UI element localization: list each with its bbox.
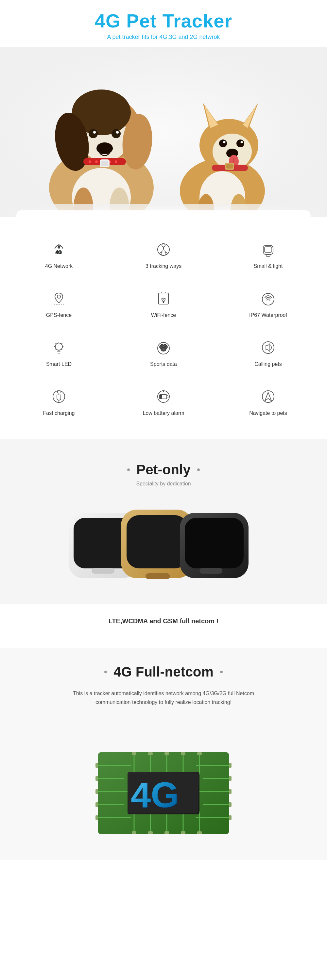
lte-text: LTE,WCDMA and GSM full netcom ! [6, 617, 321, 625]
divider-right [197, 470, 301, 470]
feature-label-wifi: WiFi-fence [151, 312, 176, 318]
svg-rect-129 [96, 763, 98, 768]
hero-subtitle: A pet tracker fits for 4G,3G and 2G netw… [6, 33, 321, 40]
svg-point-64 [55, 343, 62, 350]
feature-sports-data: Sports data [111, 328, 216, 377]
led-icon [49, 338, 69, 357]
svg-rect-138 [229, 815, 231, 820]
waterproof-icon-svg [260, 290, 276, 307]
svg-rect-124 [132, 831, 136, 834]
svg-rect-132 [96, 802, 98, 807]
led-icon-svg [51, 339, 67, 356]
svg-rect-55 [265, 247, 272, 253]
svg-rect-122 [181, 752, 185, 755]
divider-right-2 [220, 672, 294, 672]
svg-rect-44 [16, 210, 311, 217]
lte-section: LTE,WCDMA and GSM full netcom ! [0, 605, 327, 648]
feature-label-calling: Calling pets [254, 361, 282, 367]
divider-left-2 [33, 672, 107, 672]
svg-point-15 [95, 161, 98, 163]
svg-rect-83 [167, 396, 168, 398]
svg-rect-94 [145, 573, 170, 579]
svg-point-11 [93, 131, 96, 134]
devices-row [6, 496, 321, 591]
svg-point-71 [161, 344, 164, 347]
petonly-divider: Pet-only [6, 452, 321, 481]
svg-rect-56 [266, 255, 270, 256]
svg-rect-96 [185, 518, 244, 568]
svg-rect-97 [199, 568, 222, 574]
feature-label-tracking: 3 tracking ways [145, 263, 182, 269]
wifi-fence-icon-svg [155, 290, 172, 307]
divider-left [26, 470, 130, 470]
chip-svg: 4G 4G 4G [82, 726, 245, 840]
svg-rect-131 [96, 789, 98, 794]
fullnetcom-section: 4G Full-netcom This is a tracker automat… [0, 648, 327, 860]
navigate-icon-svg [260, 388, 276, 405]
feature-4g-network: 4G 4G Network [6, 230, 111, 279]
svg-text:4G: 4G [131, 775, 179, 815]
hero-title: 4G Pet Tracker [6, 10, 321, 32]
feature-calling-pets: Calling pets [216, 328, 321, 377]
feature-label-waterproof: IP67 Waterproof [249, 312, 287, 318]
feature-label-gps: GPS-fence [46, 312, 72, 318]
svg-rect-125 [148, 831, 153, 834]
svg-point-57 [57, 295, 61, 298]
svg-point-9 [89, 129, 98, 138]
svg-rect-134 [229, 763, 231, 768]
svg-marker-74 [266, 344, 270, 352]
signal-icon-svg: 4G [51, 242, 67, 258]
wifi-fence-icon [154, 289, 173, 309]
svg-rect-123 [197, 752, 202, 755]
feature-navigate: Navigate to pets [216, 377, 321, 426]
svg-point-31 [219, 140, 227, 147]
device-icon-svg [260, 242, 276, 258]
feature-label-4g: 4G Network [45, 263, 73, 269]
fullnetcom-desc: This is a tracker automatically identifi… [65, 689, 262, 706]
fullnetcom-title: 4G Full-netcom [113, 664, 214, 680]
waterproof-icon [258, 289, 278, 309]
svg-rect-136 [229, 789, 231, 794]
petonly-section: Pet-only Speciality by dedication [0, 439, 327, 605]
svg-rect-121 [164, 752, 169, 755]
fullnetcom-divider: 4G Full-netcom [13, 654, 314, 683]
svg-rect-127 [181, 831, 185, 834]
svg-point-33 [223, 141, 226, 143]
hero-section: 4G Pet Tracker A pet tracker fits for 4G… [0, 0, 327, 40]
svg-point-34 [241, 141, 243, 143]
petonly-subtitle: Speciality by dedication [6, 481, 321, 487]
svg-point-48 [162, 244, 165, 247]
svg-rect-135 [229, 776, 231, 781]
dog-illustration-svg [0, 47, 327, 217]
feature-wifi-fence: WiFi-fence [111, 279, 216, 328]
svg-rect-130 [96, 776, 98, 781]
hero-image [0, 47, 327, 217]
svg-point-72 [164, 344, 166, 347]
svg-point-45 [58, 246, 60, 248]
feature-small-light: Small & light [216, 230, 321, 279]
features-section: 4G 4G Network 3 tracking ways [0, 217, 327, 439]
feature-label-sports: Sports data [150, 361, 177, 367]
feature-label-led: Smart LED [46, 361, 72, 367]
feature-label-navigate: Navigate to pets [249, 410, 287, 416]
device-icon [258, 240, 278, 259]
feature-smart-led: Smart LED [6, 328, 111, 377]
feature-low-battery: Low battery alarm [111, 377, 216, 426]
svg-point-12 [116, 131, 119, 134]
gps-icon [49, 289, 69, 309]
chip-illustration: 4G 4G 4G [13, 720, 314, 847]
svg-point-8 [96, 142, 113, 154]
charging-icon-svg [51, 388, 67, 405]
paw-icon-svg [155, 339, 172, 356]
tracking-icon [154, 240, 173, 259]
petonly-title: Pet-only [136, 462, 191, 477]
svg-rect-76 [57, 391, 60, 393]
svg-point-14 [89, 161, 91, 163]
feature-fast-charging: Fast charging [6, 377, 111, 426]
tracking-icon-svg [155, 242, 172, 258]
feature-tracking-ways: 3 tracking ways [111, 230, 216, 279]
svg-rect-20 [101, 161, 108, 166]
svg-rect-126 [164, 831, 169, 834]
svg-marker-87 [265, 392, 271, 401]
svg-rect-84 [160, 395, 162, 398]
